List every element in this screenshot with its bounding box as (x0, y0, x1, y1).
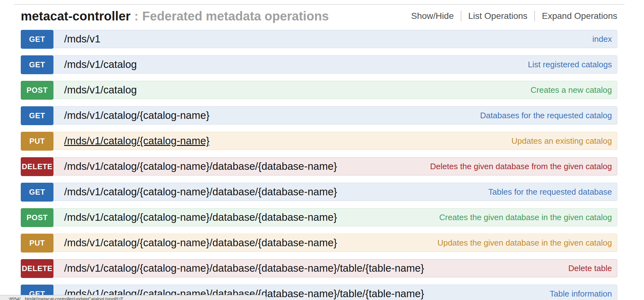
operation-row[interactable]: POST /mds/v1/catalog/{catalog-name}/data… (21, 208, 617, 226)
http-method-badge[interactable]: PUT (21, 132, 53, 151)
operation-row[interactable]: GET /mds/v1 index (21, 30, 617, 48)
http-method-badge[interactable]: GET (21, 106, 53, 125)
operation-summary-link[interactable]: Updates the given database in the given … (437, 238, 617, 248)
operation-summary-link[interactable]: Creates a new catalog (530, 85, 617, 95)
operation-row[interactable]: GET /mds/v1/catalog/{catalog-name} Datab… (21, 106, 617, 125)
operation-summary-link[interactable]: index (592, 34, 617, 44)
operation-summary-link[interactable]: Updates an existing catalog (512, 136, 617, 146)
operation-row[interactable]: DELETE /mds/v1/catalog/{catalog-name}/da… (21, 259, 617, 277)
operation-summary-link[interactable]: Deletes the given database from the give… (430, 162, 617, 171)
operation-summary-link[interactable]: List registered catalogs (528, 60, 617, 69)
swagger-operations-page: metacat-controller : Federated metadata … (0, 0, 644, 300)
http-method-badge[interactable]: PUT (21, 234, 53, 253)
operations-list: GET /mds/v1 index GET /mds/v1/catalog Li… (21, 30, 617, 300)
operation-summary-link[interactable]: Table information (550, 289, 617, 299)
resource-title-wrap: metacat-controller : Federated metadata … (21, 9, 329, 23)
operation-summary-link[interactable]: Delete table (568, 264, 617, 273)
operation-path-link[interactable]: /mds/v1/catalog (64, 58, 137, 70)
expand-operations-link[interactable]: Expand Operations (542, 11, 617, 21)
operation-row[interactable]: GET /mds/v1/catalog/{catalog-name}/datab… (21, 183, 617, 201)
operation-path-link[interactable]: /mds/v1/catalog/{catalog-name}/database/… (64, 237, 337, 249)
operation-path-link[interactable]: /mds/v1 (64, 33, 101, 45)
operation-summary-link[interactable]: Databases for the requested catalog (480, 111, 617, 120)
resource-title-separator: : (134, 9, 138, 23)
action-separator (461, 11, 461, 21)
resource-description: Federated metadata operations (142, 9, 329, 23)
operation-summary-link[interactable]: Tables for the requested database (488, 187, 617, 197)
show-hide-link[interactable]: Show/Hide (411, 11, 454, 21)
operation-row[interactable]: PUT /mds/v1/catalog/{catalog-name} Updat… (21, 132, 617, 150)
section-divider (14, 4, 625, 5)
list-operations-link[interactable]: List Operations (468, 11, 527, 21)
http-method-badge[interactable]: POST (21, 208, 53, 227)
operation-row[interactable]: DELETE /mds/v1/catalog/{catalog-name}/da… (21, 157, 617, 175)
resource-header: metacat-controller : Federated metadata … (21, 8, 617, 24)
http-method-badge[interactable]: GET (21, 183, 53, 202)
status-bar-url: …:8554/…html#!/metacat-controller/update… (4, 297, 123, 300)
resource-title-link[interactable]: metacat-controller (21, 9, 130, 23)
operation-path-link[interactable]: /mds/v1/catalog/{catalog-name}/database/… (64, 211, 337, 223)
operation-path-link[interactable]: /mds/v1/catalog (64, 84, 137, 96)
operation-row[interactable]: GET /mds/v1/catalog List registered cata… (21, 55, 617, 74)
http-method-badge[interactable]: DELETE (21, 259, 53, 278)
operation-path-link[interactable]: /mds/v1/catalog/{catalog-name} (64, 109, 209, 121)
http-method-badge[interactable]: POST (21, 81, 53, 100)
operation-summary-link[interactable]: Creates the given database in the given … (439, 213, 617, 222)
http-method-badge[interactable]: DELETE (21, 157, 53, 176)
http-method-badge[interactable]: GET (21, 30, 53, 49)
resource-header-actions: Show/Hide List Operations Expand Operati… (411, 11, 617, 21)
operation-path-link[interactable]: /mds/v1/catalog/{catalog-name} (64, 135, 209, 147)
operation-row[interactable]: POST /mds/v1/catalog Creates a new catal… (21, 81, 617, 99)
operation-path-link[interactable]: /mds/v1/catalog/{catalog-name}/database/… (64, 160, 337, 172)
http-method-badge[interactable]: GET (21, 55, 53, 74)
operation-row[interactable]: PUT /mds/v1/catalog/{catalog-name}/datab… (21, 234, 617, 252)
action-separator (534, 11, 535, 21)
browser-status-bar: …:8554/…html#!/metacat-controller/update… (0, 295, 266, 300)
operation-path-link[interactable]: /mds/v1/catalog/{catalog-name}/database/… (64, 262, 424, 274)
operation-path-link[interactable]: /mds/v1/catalog/{catalog-name}/database/… (64, 186, 337, 198)
